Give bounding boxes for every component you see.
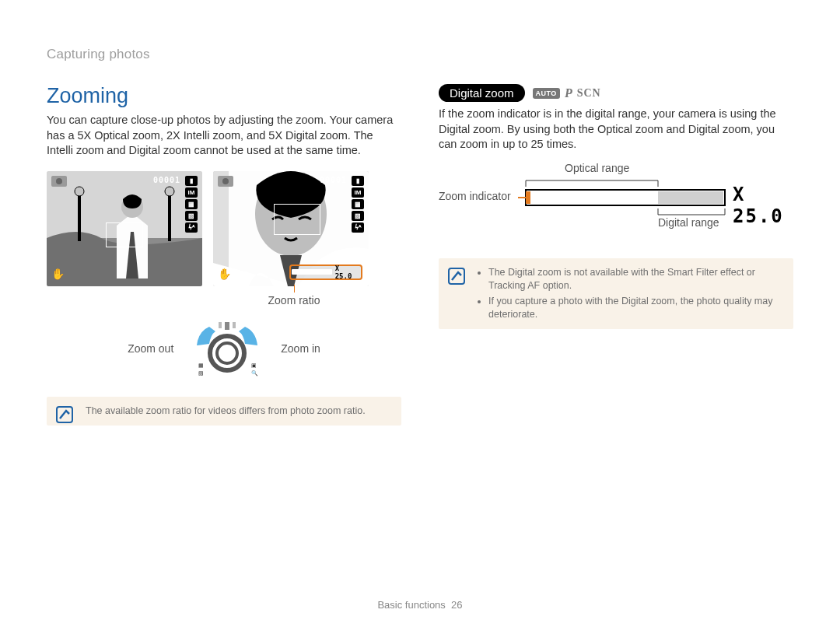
screenshot-zoomed: 00001 ▮ IM ▦ ▧ ϟᴬ ✋ X 25.0 (213, 171, 369, 286)
battery-icon: ▮ (352, 176, 364, 186)
shot-counter: 00001 (320, 176, 347, 184)
zoom-indicator-diagram: Optical range Zoom indicator Digital ran… (439, 163, 793, 241)
camera-mode-icon (51, 176, 67, 187)
breadcrumb: Capturing photos (47, 47, 795, 62)
svg-point-16 (217, 343, 237, 363)
battery-icon: ▮ (185, 176, 198, 186)
page-footer: Basic functions 26 (0, 599, 840, 611)
size-icon: IM (352, 187, 364, 198)
zoom-ratio-label: Zoom ratio (187, 294, 401, 306)
digital-zoom-paragraph: If the zoom indicator is in the digital … (439, 107, 793, 152)
zoom-bar-overlay: X 25.0 (289, 264, 362, 280)
flash-icon: ϟᴬ (185, 222, 198, 233)
flash-icon: ϟᴬ (352, 222, 364, 233)
mode-scn-icon: SCN (577, 87, 601, 100)
mode-p-icon: P (565, 86, 572, 100)
svg-rect-30 (658, 191, 723, 204)
footer-chapter: Basic functions (377, 599, 445, 611)
footer-page-number: 26 (451, 599, 462, 611)
mode-auto-icon: AUTO (533, 88, 560, 99)
zoom-bar-fill (292, 269, 332, 275)
svg-text:▦: ▦ (198, 363, 204, 368)
svg-text:▣: ▣ (251, 363, 257, 368)
right-column: Digital zoom AUTO P SCN If the zoom indi… (439, 84, 793, 426)
zoom-dial-row: Zoom out ▦ ▧ ▣ 🔍 (47, 321, 401, 377)
svg-rect-2 (78, 191, 81, 241)
zoom-dial-illustration: ▦ ▧ ▣ 🔍 (192, 321, 262, 377)
iso-icon: ▧ (352, 211, 364, 221)
quality-icon: ▦ (185, 199, 198, 209)
svg-rect-21 (57, 407, 72, 422)
svg-rect-32 (526, 191, 530, 204)
osd-icon-strip: ▮ IM ▦ ▧ ϟᴬ (185, 176, 198, 233)
note-text: The available zoom ratio for videos diff… (86, 405, 366, 416)
note-item: If you capture a photo with the Digital … (488, 295, 782, 321)
steady-icon: ✋ (218, 268, 231, 280)
size-icon: IM (185, 187, 198, 198)
svg-rect-33 (449, 268, 464, 284)
iso-icon: ▧ (185, 211, 198, 221)
note-icon (56, 406, 73, 423)
svg-rect-14 (233, 322, 236, 328)
note-item: The Digital zoom is not available with t… (488, 266, 782, 292)
note-icon (448, 268, 465, 285)
note-box-left: The available zoom ratio for videos diff… (47, 397, 401, 426)
manual-page: Capturing photos Zooming You can capture… (0, 0, 840, 634)
steady-icon: ✋ (51, 268, 65, 280)
svg-point-15 (210, 336, 244, 370)
zoom-in-label: Zoom in (281, 342, 320, 355)
svg-rect-29 (527, 191, 656, 204)
max-zoom-text: X 25.0 (733, 184, 793, 227)
screenshot-wide: 00001 ▮ IM ▦ ▧ ϟᴬ ✋ (47, 171, 202, 286)
svg-text:▧: ▧ (198, 370, 204, 376)
svg-rect-13 (219, 322, 222, 328)
screenshot-comparison-row: 00001 ▮ IM ▦ ▧ ϟᴬ ✋ (47, 171, 401, 286)
zoom-out-label: Zoom out (128, 342, 173, 355)
zoom-indicator-label: Zoom indicator (439, 190, 511, 202)
af-frame (106, 222, 143, 247)
svg-text:🔍: 🔍 (251, 370, 258, 377)
camera-mode-icon (218, 176, 233, 187)
shot-counter: 00001 (153, 176, 180, 184)
digital-zoom-heading-row: Digital zoom AUTO P SCN (439, 84, 793, 102)
quality-icon: ▦ (352, 199, 364, 209)
note-list: The Digital zoom is not available with t… (478, 266, 782, 322)
note-box-right: The Digital zoom is not available with t… (439, 258, 793, 330)
two-column-layout: Zooming You can capture close-up photos … (47, 84, 795, 426)
digital-range-label: Digital range (658, 216, 719, 229)
digital-zoom-pill: Digital zoom (439, 84, 525, 102)
intro-paragraph: You can capture close-up photos by adjus… (47, 113, 401, 159)
zoom-bar-ratio-text: X 25.0 (335, 264, 360, 280)
svg-rect-4 (168, 191, 171, 241)
svg-rect-12 (225, 322, 229, 330)
mode-icons: AUTO P SCN (533, 86, 601, 100)
svg-point-5 (165, 187, 174, 196)
optical-range-label: Optical range (565, 162, 629, 174)
page-title: Zooming (47, 84, 401, 108)
left-column: Zooming You can capture close-up photos … (47, 84, 401, 426)
osd-icon-strip: ▮ IM ▦ ▧ ϟᴬ (352, 176, 364, 233)
svg-point-3 (75, 187, 84, 196)
af-frame (274, 204, 320, 235)
